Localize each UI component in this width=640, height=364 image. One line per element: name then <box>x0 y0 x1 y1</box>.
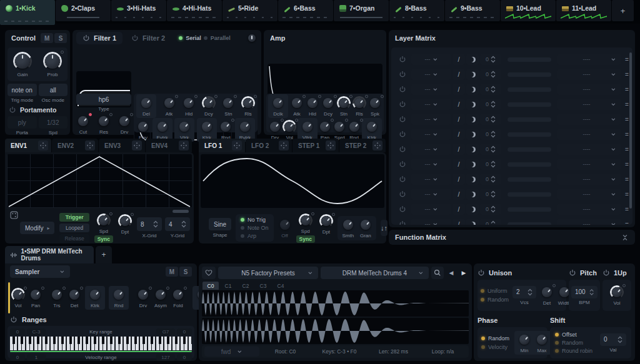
matrix-curve-linear-button[interactable]: / <box>452 114 465 125</box>
key-range-low-vel[interactable]: 0 <box>10 328 25 335</box>
matrix-curve-shape-button[interactable] <box>466 159 479 170</box>
tab-env2[interactable]: ENV2 <box>52 139 98 152</box>
matrix-curve-shape-button[interactable] <box>466 174 479 185</box>
matrix-row-power-icon[interactable] <box>399 220 406 225</box>
matrix-target-select[interactable]: ---- <box>558 159 621 170</box>
env-spd-knob[interactable]: Spd <box>97 214 111 234</box>
matrix-curve-linear-button[interactable]: / <box>452 189 465 200</box>
matrix-curve-shape-button[interactable] <box>466 204 479 215</box>
amp-vol-knob[interactable]: Vol <box>282 120 296 140</box>
env-sync-button[interactable]: Sync <box>94 235 113 243</box>
matrix-amount-slider[interactable] <box>508 87 551 92</box>
porta-mode-select[interactable]: ply <box>8 116 37 129</box>
amp-spk-knob[interactable]: Spk <box>368 96 382 117</box>
smp-drv-knob[interactable]: Drv <box>136 288 150 308</box>
matrix-curve-shape-button[interactable] <box>466 54 479 65</box>
matrix-amount-slider[interactable] <box>508 162 551 167</box>
matrix-amount-slider[interactable] <box>508 117 551 122</box>
vel-range-b[interactable]: 0 <box>177 354 192 361</box>
tab-claps[interactable]: 2•Claps <box>56 0 111 21</box>
matrix-target-select[interactable]: ---- <box>558 129 621 140</box>
drv-knob[interactable]: Drv <box>118 114 131 135</box>
lfo-notrig-radio[interactable]: No Trig <box>241 217 269 223</box>
matrix-row-power-icon[interactable] <box>399 56 406 63</box>
matrix-curve-shape-button[interactable] <box>466 99 479 110</box>
matrix-amount-stepper[interactable]: 0 <box>480 219 501 225</box>
velocity-range-bar[interactable] <box>10 351 192 352</box>
vel-range-a[interactable]: 0 <box>10 354 25 361</box>
amp-stn-knob[interactable]: Stn <box>337 96 351 117</box>
matrix-amount-stepper[interactable]: 0 <box>480 129 501 140</box>
shift-val-stepper[interactable]: 0 <box>600 333 626 346</box>
tab-lead-11[interactable]: 11•Lead <box>556 0 611 21</box>
filter-env-amt-knob[interactable]: Env <box>136 120 150 140</box>
osc-mode-select[interactable]: all <box>39 84 68 96</box>
ranges-power-icon[interactable] <box>10 316 18 323</box>
matrix-source-select[interactable]: --- <box>411 129 451 140</box>
phase-max-knob[interactable]: Max <box>535 333 549 353</box>
matrix-source-select[interactable]: --- <box>411 54 451 65</box>
filter-type-select[interactable]: hp6 <box>76 94 131 105</box>
parallel-radio[interactable]: Parallel <box>204 35 231 41</box>
add-sample-layer-button[interactable]: + <box>96 246 112 263</box>
smp-trs-knob[interactable]: Trs <box>50 288 64 308</box>
y-grid-stepper[interactable]: 4 <box>165 217 190 231</box>
engine-select[interactable]: Sampler <box>10 265 70 278</box>
matrix-curve-linear-button[interactable]: / <box>452 219 465 225</box>
matrix-amount-stepper[interactable]: 0 <box>480 84 501 95</box>
lfo-noteon-radio[interactable]: Note On <box>241 225 269 231</box>
filter-env-dcy-knob[interactable]: Dcy <box>202 96 216 117</box>
matrix-curve-linear-button[interactable]: / <box>452 129 465 140</box>
matrix-curve-linear-button[interactable]: / <box>452 144 465 155</box>
matrix-curve-linear-button[interactable]: / <box>452 54 465 65</box>
matrix-scrollbar[interactable] <box>629 52 632 209</box>
tab-step1[interactable]: STEP 1 <box>292 139 339 152</box>
matrix-amount-slider[interactable] <box>508 72 551 77</box>
matrix-curve-linear-button[interactable]: / <box>452 174 465 185</box>
smp-vol-knob[interactable]: Vol <box>11 288 25 308</box>
filter1-power-icon[interactable] <box>82 34 90 42</box>
lfo-shape-select[interactable]: Sine <box>209 218 231 230</box>
prev-preset-button[interactable]: ◀ <box>446 267 456 279</box>
collapse-icon[interactable] <box>621 234 629 241</box>
unison-uniform-radio[interactable]: Uniform <box>481 288 509 294</box>
oneup-vol-knob[interactable]: Vol <box>610 285 624 306</box>
matrix-curve-shape-button[interactable] <box>466 144 479 155</box>
matrix-target-select[interactable]: ---- <box>558 219 621 225</box>
matrix-row-power-icon[interactable] <box>399 160 406 168</box>
oneup-power-icon[interactable] <box>602 269 610 277</box>
amp-dcy-knob[interactable]: Dcy <box>321 96 335 117</box>
tab-organ[interactable]: 7•Organ <box>334 0 389 21</box>
matrix-amount-slider[interactable] <box>508 177 551 182</box>
matrix-row-power-icon[interactable] <box>399 71 406 78</box>
unison-power-icon[interactable] <box>478 269 485 277</box>
prob-knob[interactable]: Prob <box>43 52 62 77</box>
matrix-row-power-icon[interactable] <box>399 86 406 93</box>
sample-waveform-display[interactable] <box>202 290 469 344</box>
matrix-target-select[interactable]: ---- <box>558 114 621 125</box>
key-range-high[interactable]: G7 <box>156 328 175 335</box>
next-preset-button[interactable]: ▶ <box>459 267 469 279</box>
matrix-source-select[interactable]: --- <box>411 144 451 155</box>
sampler-solo-button[interactable]: S <box>179 267 192 277</box>
matrix-curve-shape-button[interactable] <box>466 219 479 225</box>
matrix-amount-stepper[interactable]: 0 <box>480 114 501 125</box>
matrix-curve-linear-button[interactable]: / <box>452 99 465 110</box>
matrix-target-select[interactable]: ---- <box>558 144 621 155</box>
matrix-target-select[interactable]: ---- <box>558 174 621 185</box>
move-icon[interactable] <box>232 140 242 150</box>
tab-ride[interactable]: 5•Ride <box>222 0 278 21</box>
matrix-amount-slider[interactable] <box>508 132 551 137</box>
pitch-power-icon[interactable] <box>569 269 576 277</box>
move-icon[interactable] <box>326 140 336 150</box>
matrix-amount-stepper[interactable]: 0 <box>480 69 501 80</box>
matrix-curve-shape-button[interactable] <box>466 189 479 200</box>
tab-lfo2[interactable]: LFO 2 <box>246 139 292 152</box>
tab-bass-6[interactable]: 6•Bass <box>278 0 333 21</box>
tab-step2[interactable]: STEP 2 <box>339 139 386 152</box>
matrix-target-select[interactable]: ---- <box>558 69 621 80</box>
key-range-high-vel[interactable]: 0 <box>177 328 192 335</box>
mute-button[interactable]: M <box>41 33 53 43</box>
search-button[interactable] <box>431 267 444 279</box>
filter-env-atk-knob[interactable]: Atk <box>162 96 176 117</box>
